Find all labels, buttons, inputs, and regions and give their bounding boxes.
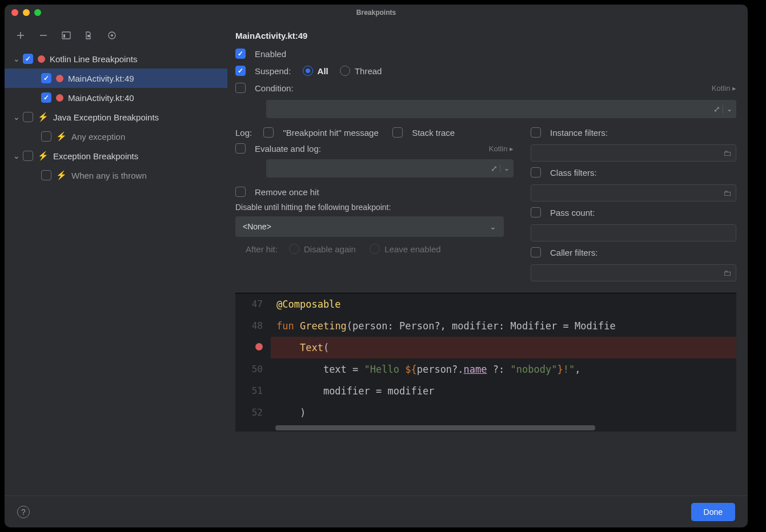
detail-title: MainActivity.kt:49 <box>235 31 736 41</box>
caller-filters-checkbox[interactable] <box>531 247 541 257</box>
suspend-all-radio[interactable] <box>303 66 313 76</box>
disable-until-select[interactable]: <None> ⌄ <box>235 216 504 237</box>
eval-log-label: Evaluate and log: <box>255 144 321 154</box>
group-by-class-button[interactable] <box>106 30 118 41</box>
pass-count-checkbox[interactable] <box>531 207 541 217</box>
eval-log-input[interactable]: ⤢ ⌄ <box>266 159 514 178</box>
after-hit-disable-radio <box>289 244 299 254</box>
help-button[interactable]: ? <box>17 506 30 518</box>
gutter[interactable]: 52 <box>235 402 271 424</box>
chevron-down-icon[interactable]: ⌄ <box>10 151 23 160</box>
svg-rect-1 <box>63 34 65 38</box>
done-button[interactable]: Done <box>691 503 735 521</box>
class-filters-input[interactable]: 🗀 <box>531 184 736 201</box>
caller-filters-label: Caller filters: <box>550 248 597 257</box>
group-checkbox[interactable] <box>23 54 33 64</box>
tree-group-java-exception[interactable]: ⌄ ⚡ Java Exception Breakpoints <box>5 107 227 127</box>
minus-icon <box>39 31 48 40</box>
add-breakpoint-button[interactable] <box>15 30 26 41</box>
class-filters-label: Class filters: <box>550 168 597 178</box>
code-line: 52 ) <box>235 402 736 424</box>
breakpoint-detail-panel: MainActivity.kt:49 Enabled Suspend: All … <box>227 21 748 495</box>
group-file-icon <box>85 31 94 39</box>
item-checkbox[interactable] <box>41 73 51 83</box>
suspend-checkbox[interactable] <box>235 66 246 76</box>
instance-filters-checkbox[interactable] <box>531 127 541 138</box>
eval-lang-label: Kotlin <box>489 144 508 153</box>
bolt-icon: ⚡ <box>38 112 49 122</box>
log-stack-checkbox[interactable] <box>392 127 403 138</box>
caller-filters-input[interactable]: 🗀 <box>531 264 736 281</box>
expand-icon[interactable]: ⤢ <box>713 104 720 114</box>
svg-rect-2 <box>87 35 90 37</box>
log-bp-hit-checkbox[interactable] <box>263 127 274 138</box>
breakpoints-sidebar: ⌄ Kotlin Line Breakpoints MainActivity.k… <box>5 21 227 495</box>
after-hit-label: After hit: <box>246 244 278 254</box>
tree-group-kotlin-line[interactable]: ⌄ Kotlin Line Breakpoints <box>5 49 227 68</box>
item-checkbox[interactable] <box>41 92 51 103</box>
code-text: text = "Hello ${person?.name ?: "nobody"… <box>271 358 580 380</box>
class-filters-checkbox[interactable] <box>531 167 541 178</box>
gutter[interactable]: 50 <box>235 358 271 380</box>
code-line: Text( <box>235 337 736 358</box>
group-by-file-button[interactable] <box>83 30 95 41</box>
folder-icon[interactable]: 🗀 <box>723 268 731 277</box>
code-text: fun Greeting(person: Person?, modifier: … <box>271 315 616 337</box>
disable-until-label: Disable until hitting the following brea… <box>235 203 514 212</box>
group-package-icon <box>62 31 71 39</box>
expand-icon[interactable]: ⤢ <box>491 164 498 173</box>
tree-group-exception[interactable]: ⌄ ⚡ Exception Breakpoints <box>5 146 227 166</box>
gutter[interactable]: 48 <box>235 315 271 337</box>
condition-lang-label: Kotlin <box>712 84 731 92</box>
log-label: Log: <box>235 128 252 138</box>
item-checkbox[interactable] <box>41 131 51 142</box>
enabled-label: Enabled <box>255 49 286 59</box>
instance-filters-input[interactable]: 🗀 <box>531 144 736 162</box>
gutter[interactable] <box>235 337 271 358</box>
group-checkbox[interactable] <box>23 151 33 161</box>
condition-checkbox[interactable] <box>235 83 246 93</box>
folder-icon[interactable]: 🗀 <box>723 188 731 198</box>
code-preview: 47@Composable48fun Greeting(person: Pers… <box>235 293 736 432</box>
gutter[interactable]: 47 <box>235 293 271 315</box>
tree-item-mainactivity-40[interactable]: MainActivity.kt:40 <box>5 88 227 107</box>
code-text: modifier = modifier <box>271 380 434 402</box>
tree-item-any-exception[interactable]: ⚡ Any exception <box>5 127 227 146</box>
condition-input[interactable]: ⤢ ⌄ <box>266 100 736 118</box>
breakpoint-icon[interactable] <box>255 343 263 350</box>
pass-count-input[interactable] <box>531 224 736 241</box>
enabled-checkbox[interactable] <box>235 49 246 59</box>
condition-label: Condition: <box>255 83 294 93</box>
chevron-down-icon[interactable]: ⌄ <box>10 112 23 122</box>
suspend-thread-label: Thread <box>355 66 382 76</box>
breakpoints-tree[interactable]: ⌄ Kotlin Line Breakpoints MainActivity.k… <box>5 49 227 495</box>
instance-filters-label: Instance filters: <box>550 128 608 138</box>
eval-lang[interactable]: Kotlin ▸ <box>489 144 514 153</box>
breakpoint-icon <box>56 94 63 102</box>
condition-lang[interactable]: Kotlin ▸ <box>712 84 736 92</box>
window-title: Breakpoints <box>5 9 748 17</box>
bolt-icon: ⚡ <box>56 131 67 142</box>
tree-item-when-any-thrown[interactable]: ⚡ When any is thrown <box>5 166 227 185</box>
group-by-package-button[interactable] <box>61 30 72 41</box>
tree-item-mainactivity-49[interactable]: MainActivity.kt:49 <box>5 68 227 88</box>
remove-breakpoint-button[interactable] <box>38 30 49 41</box>
remove-once-checkbox[interactable] <box>235 187 246 197</box>
titlebar: Breakpoints <box>5 5 748 21</box>
group-checkbox[interactable] <box>23 112 33 122</box>
suspend-thread-radio[interactable] <box>340 66 350 76</box>
log-bp-hit-label: "Breakpoint hit" message <box>283 128 378 138</box>
gutter[interactable]: 51 <box>235 380 271 402</box>
item-checkbox[interactable] <box>41 170 51 180</box>
folder-icon[interactable]: 🗀 <box>723 148 731 158</box>
chevron-down-icon[interactable]: ⌄ <box>500 164 510 172</box>
group-class-icon <box>107 30 117 41</box>
log-stack-label: Stack trace <box>412 128 455 138</box>
after-hit-disable-label: Disable again <box>304 244 356 254</box>
eval-log-checkbox[interactable] <box>235 143 246 154</box>
pass-count-label: Pass count: <box>550 208 595 217</box>
horizontal-scrollbar[interactable] <box>235 424 736 432</box>
chevron-down-icon[interactable]: ⌄ <box>10 54 23 63</box>
scrollbar-thumb[interactable] <box>275 425 595 430</box>
chevron-down-icon[interactable]: ⌄ <box>723 105 732 113</box>
